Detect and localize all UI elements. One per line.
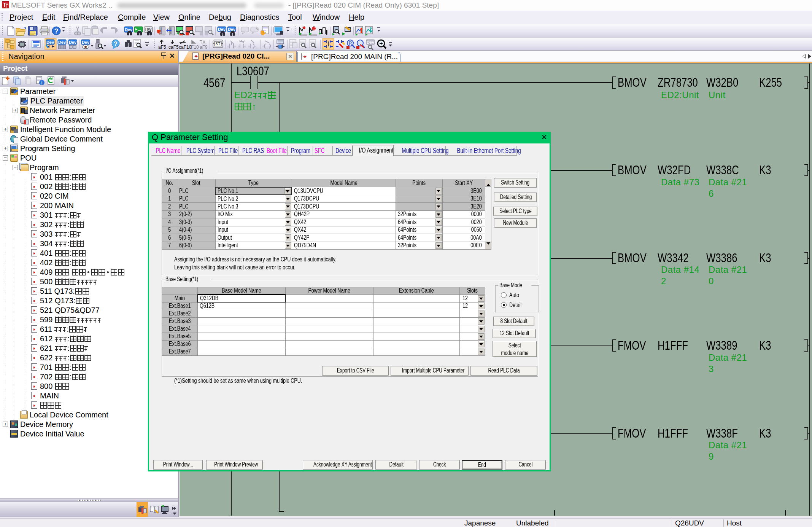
svg-text:caF5: caF5 <box>168 45 179 50</box>
svg-text:aF9: aF9 <box>200 45 208 50</box>
svg-text:R: R <box>349 41 352 46</box>
svg-text:Dev: Dev <box>58 40 66 45</box>
svg-text:i: i <box>41 81 42 85</box>
svg-text:F10: F10 <box>191 45 199 50</box>
svg-text:Dev: Dev <box>69 40 77 45</box>
svg-text:caF10: caF10 <box>179 45 192 50</box>
svg-text:Dev: Dev <box>218 27 226 32</box>
svg-text:Dev: Dev <box>367 40 375 45</box>
svg-text:aF5: aF5 <box>158 45 166 50</box>
svg-text:?: ? <box>54 27 59 35</box>
svg-text:ST: ST <box>216 42 221 46</box>
svg-text:Dev: Dev <box>82 40 90 45</box>
svg-text:?: ? <box>114 41 118 47</box>
svg-text:Dev: Dev <box>228 27 236 32</box>
svg-text:Dev: Dev <box>46 40 54 45</box>
svg-text:TX: TX <box>200 40 205 45</box>
